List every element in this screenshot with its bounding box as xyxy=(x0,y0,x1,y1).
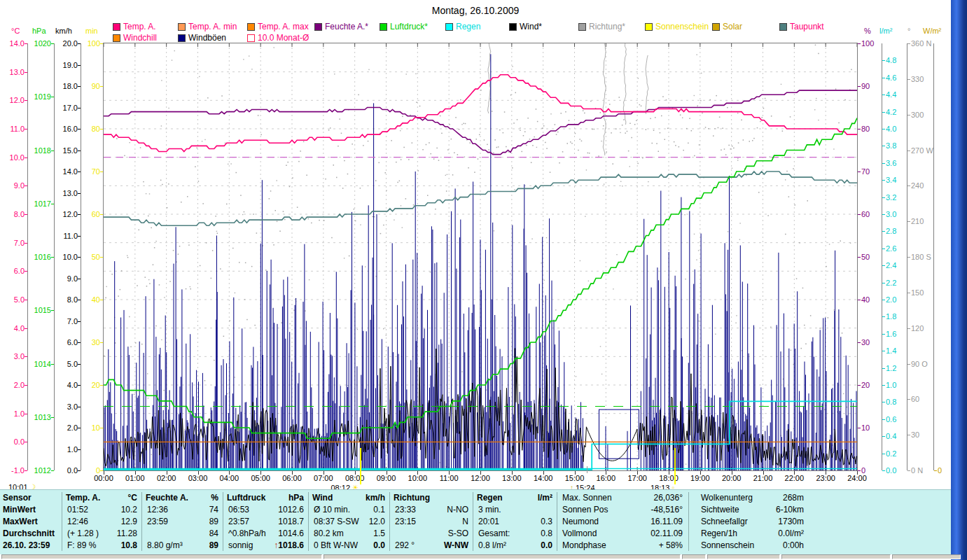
richtung-dot xyxy=(245,262,246,264)
richtung-dot xyxy=(325,178,326,180)
time-tick xyxy=(669,471,669,475)
richtung-dot xyxy=(440,115,441,117)
legend-item-temp-a-max[interactable]: Temp. A. max xyxy=(247,22,309,31)
moonrise-tick xyxy=(587,466,587,473)
richtung-dot xyxy=(161,80,162,80)
axis-tick-mark xyxy=(100,257,103,258)
richtung-dot xyxy=(130,346,132,348)
legend-item-temp-a-min[interactable]: Temp. A. min xyxy=(178,22,237,31)
legend-item-solar[interactable]: Solar xyxy=(712,22,742,31)
richtung-dot xyxy=(383,225,384,226)
axis-unit-lm2: l/m² xyxy=(879,27,892,35)
richtung-dot xyxy=(698,321,699,321)
legend-item-feuchte-a[interactable]: Feuchte A.* xyxy=(314,22,368,31)
richtung-dot xyxy=(762,117,763,118)
legend-swatch xyxy=(712,23,720,31)
axis-tick-label: 7.0 xyxy=(0,239,25,247)
richtung-dot xyxy=(753,138,755,139)
axis-tick-mark xyxy=(78,407,81,407)
richtung-dot xyxy=(445,175,446,176)
table-cell: hPa xyxy=(223,492,304,503)
richtung-dot xyxy=(204,380,206,382)
richtung-dot xyxy=(683,150,684,151)
richtung-dot xyxy=(149,193,150,194)
axis-tick-mark xyxy=(907,43,910,44)
axis-tick-label: 100 xyxy=(861,39,892,48)
richtung-dot xyxy=(464,123,465,125)
richtung-dot xyxy=(149,283,151,284)
richtung-dot xyxy=(765,98,766,99)
axis-tick-mark xyxy=(907,221,910,222)
axis-tick-mark xyxy=(100,385,103,386)
richtung-dot xyxy=(181,202,182,203)
axis-tick-label: 19.0 xyxy=(53,61,78,69)
axis-tick-mark xyxy=(858,214,861,215)
legend-item-10-0-monat[interactable]: 10.0 Monat-Ø xyxy=(247,34,309,42)
richtung-dot xyxy=(331,237,333,239)
legend-item-wind[interactable]: Wind* xyxy=(509,22,542,31)
legend-item-sonnenschein[interactable]: Sonnenschein xyxy=(645,22,709,31)
axis-tick-label: 11.0 xyxy=(0,125,25,133)
legend-item-luftdruck[interactable]: Luftdruck* xyxy=(380,22,428,31)
legend-item-windchill[interactable]: Windchill xyxy=(113,34,157,42)
richtung-dot xyxy=(550,113,551,114)
richtung-dot xyxy=(430,272,431,272)
legend-item-richtung[interactable]: Richtung* xyxy=(578,22,625,31)
richtung-dot xyxy=(147,373,148,374)
richtung-dot xyxy=(534,136,535,138)
richtung-dot xyxy=(588,281,589,281)
richtung-dot xyxy=(145,276,146,278)
legend-item-windb-en[interactable]: Windböen xyxy=(178,34,226,42)
richtung-dot xyxy=(230,163,231,164)
richtung-dot xyxy=(697,55,697,55)
legend-item-regen[interactable]: Regen xyxy=(445,22,480,31)
axis-tick-mark xyxy=(907,257,910,258)
richtung-dot xyxy=(620,181,621,182)
richtung-dot xyxy=(523,135,524,136)
richtung-dot xyxy=(767,215,769,216)
richtung-dot xyxy=(141,344,143,345)
richtung-dot xyxy=(584,113,585,114)
legend-item-temp-a[interactable]: Temp. A. xyxy=(113,22,156,31)
axis-tick-mark xyxy=(882,197,885,198)
richtung-dot xyxy=(204,139,205,140)
axis-tick-mark xyxy=(882,283,885,284)
axis-unit-deg: ° xyxy=(907,27,910,35)
richtung-dot xyxy=(625,132,626,134)
richtung-dot xyxy=(338,146,339,147)
richtung-dot xyxy=(223,336,225,337)
richtung-dot xyxy=(319,220,320,221)
richtung-dot xyxy=(460,99,461,101)
axis-tick-label: 3.2 xyxy=(886,193,917,202)
legend-swatch xyxy=(247,23,255,31)
table-cell: N-NO xyxy=(389,504,468,515)
table-cell: 89 xyxy=(141,540,218,551)
axis-tick-label: 7.0 xyxy=(53,317,78,326)
richtung-dot xyxy=(529,139,531,140)
richtung-dot xyxy=(401,205,401,206)
richtung-dot xyxy=(526,145,527,146)
legend-swatch xyxy=(314,23,322,31)
axis-tick-label: 40 xyxy=(76,295,100,304)
richtung-dot xyxy=(793,168,794,169)
axis-tick-label: 11.0 xyxy=(53,232,78,240)
richtung-dot xyxy=(105,298,106,299)
richtung-dot xyxy=(724,148,725,150)
richtung-dot xyxy=(344,160,345,162)
richtung-dot xyxy=(380,233,382,234)
richtung-dot xyxy=(324,220,325,221)
richtung-dot xyxy=(493,153,494,154)
time-label: 03:00 xyxy=(184,474,212,482)
richtung-dot xyxy=(570,141,571,143)
axis-tick-label: 4.8 xyxy=(886,56,917,64)
legend-swatch xyxy=(645,23,653,31)
axis-tick-label: 12.0 xyxy=(0,96,25,104)
chart-plot-area[interactable] xyxy=(103,43,858,471)
legend-item-taupunkt[interactable]: Taupunkt xyxy=(779,22,824,31)
richtung-dot xyxy=(184,429,185,430)
richtung-dot xyxy=(840,241,842,242)
richtung-dot xyxy=(799,242,800,244)
richtung-dot xyxy=(341,133,342,134)
richtung-dot xyxy=(619,97,620,98)
axis-tick-mark xyxy=(858,342,861,343)
